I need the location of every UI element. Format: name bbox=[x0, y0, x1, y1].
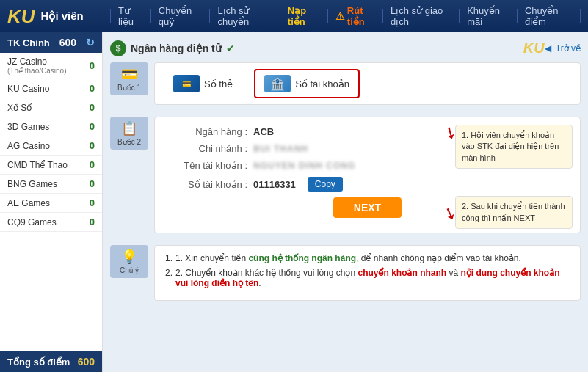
ag-casino-name: AG Casino bbox=[7, 141, 50, 151]
branch-field-value: BUI THANH bbox=[253, 144, 308, 154]
bank-img-icon: 🏦 bbox=[264, 75, 291, 92]
bank-digital: $ Ngân hàng điện tử ✔ bbox=[110, 40, 235, 56]
note-item-2: 2. Chuyển khoản khác hệ thống vui lòng c… bbox=[165, 268, 570, 288]
total-label: Tổng số điểm bbox=[7, 357, 70, 368]
card-img-icon: 💳 bbox=[173, 75, 200, 92]
ku-logo-text: KU bbox=[523, 40, 545, 56]
back-arrow-icon: ◀ bbox=[545, 43, 551, 54]
step3-box: 1. Xin chuyển tiền cùng hệ thống ngân hà… bbox=[154, 245, 581, 301]
acct-num-value: 01116331 bbox=[253, 179, 296, 190]
bng-name: BNG Games bbox=[7, 179, 57, 189]
acct-name-label: Tên tài khoản : bbox=[167, 160, 247, 171]
note2-highlight1: chuyển khoản nhanh bbox=[357, 268, 446, 278]
step2-icon: 📋 bbox=[121, 120, 137, 136]
xoso-name: Xổ Số bbox=[7, 103, 32, 113]
sidebar: TK Chính 600 ↻ JZ Casino (Thể thao/Casin… bbox=[0, 32, 103, 372]
sidebar-item-3d[interactable]: 3D Games 0 bbox=[0, 117, 102, 136]
step2-badge: 📋 Bước 2 bbox=[110, 117, 148, 150]
check-icon: ✔ bbox=[226, 43, 235, 54]
step2-row: 📋 Bước 2 Ngân hàng : ACB Chi nhánh : BUI… bbox=[110, 117, 581, 239]
dollar-icon: $ bbox=[110, 40, 126, 56]
main-layout: TK Chính 600 ↻ JZ Casino (Thể thao/Casin… bbox=[0, 32, 588, 372]
jz-casino-sub: (Thể thao/Casino) bbox=[7, 67, 66, 75]
bank-label: Ngân hàng điện tử bbox=[131, 43, 222, 54]
note1-highlight: cùng hệ thống ngân hàng bbox=[248, 253, 356, 263]
step1-badge: 💳 Bước 1 bbox=[110, 62, 148, 95]
sidebar-item-ae[interactable]: AE Games 0 bbox=[0, 194, 102, 213]
ku-logo: KU bbox=[7, 5, 35, 28]
nav-rut-tien[interactable]: ⚠ Rút tiền bbox=[328, 9, 383, 23]
card-option-so-the[interactable]: 💳 Số thẻ bbox=[164, 70, 242, 98]
logo-area: KU Hội viên bbox=[7, 5, 110, 28]
note-bubble-1: 1. Hội viên chuyển khoản vào STK đại diệ… bbox=[455, 125, 573, 169]
jz-casino-value: 0 bbox=[90, 60, 95, 71]
jz-casino-name: JZ Casino bbox=[7, 56, 66, 67]
nav-items: Tư liệu Chuyển quỹ Lịch sử chuyển Nạp ti… bbox=[110, 9, 581, 23]
step1-box: 💳 Số thẻ 🏦 Số tài khoản bbox=[154, 62, 581, 105]
nav-chuyen-diem[interactable]: Chuyển điểm bbox=[518, 9, 581, 23]
acct-name-value: NGUYEN DINH CONG bbox=[253, 161, 355, 171]
sidebar-item-ag[interactable]: AG Casino 0 bbox=[0, 136, 102, 156]
step3-row: 💡 Chú ý 1. Xin chuyển tiền cùng hệ thống… bbox=[110, 245, 581, 301]
3d-games-name: 3D Games bbox=[7, 122, 49, 132]
ku-casino-name: KU Casino bbox=[7, 84, 49, 94]
step3-icon: 💡 bbox=[121, 249, 137, 265]
next-button[interactable]: NEXT bbox=[333, 197, 402, 218]
total-value: 600 bbox=[78, 356, 95, 368]
note-item-1: 1. Xin chuyển tiền cùng hệ thống ngân hà… bbox=[165, 253, 570, 263]
nav-lich-su-gd[interactable]: Lịch sử giao dịch bbox=[383, 9, 460, 23]
step3-text: Chú ý bbox=[120, 266, 139, 274]
acct-num-label: Số tài khoản : bbox=[167, 179, 247, 190]
step1-icon: 💳 bbox=[121, 66, 137, 82]
bank-field-label: Ngân hàng : bbox=[167, 126, 247, 137]
tk-chinh-label: TK Chính bbox=[7, 37, 50, 48]
sidebar-header: TK Chính 600 ↻ bbox=[0, 32, 102, 53]
nav-nap-tien[interactable]: Nạp tiền bbox=[280, 9, 328, 23]
cmd-name: CMD Thể Thao bbox=[7, 160, 68, 170]
step1-row: 💳 Bước 1 💳 Số thẻ 🏦 Số tài khoản bbox=[110, 62, 581, 111]
sidebar-item-cmd[interactable]: CMD Thể Thao 0 bbox=[0, 156, 102, 175]
content-topbar: $ Ngân hàng điện tử ✔ KU ◀ Trở về bbox=[110, 40, 581, 56]
step3-badge: 💡 Chú ý bbox=[110, 245, 148, 278]
option2-label: Số tài khoản bbox=[295, 79, 349, 90]
step2-box: Ngân hàng : ACB Chi nhánh : BUI THANH Tê… bbox=[154, 117, 581, 233]
ku-casino-value: 0 bbox=[90, 83, 95, 94]
ae-name: AE Games bbox=[7, 198, 50, 208]
branch-field-label: Chi nhánh : bbox=[167, 143, 247, 154]
nav-khuyen-mai[interactable]: Khuyến mãi bbox=[460, 9, 518, 23]
ku-logo-small: KU ◀ Trở về bbox=[523, 40, 581, 56]
nav-chuyen-quy[interactable]: Chuyển quỹ bbox=[151, 9, 211, 23]
bank-field-value: ACB bbox=[253, 126, 274, 137]
ae-value: 0 bbox=[90, 197, 95, 208]
member-label: Hội viên bbox=[41, 10, 84, 23]
copy-button[interactable]: Copy bbox=[308, 177, 343, 192]
note-bubble-2: 2. Sau khi chuyển tiền thành công thì nh… bbox=[455, 196, 573, 229]
refresh-icon[interactable]: ↻ bbox=[86, 37, 95, 48]
step2-text: Bước 2 bbox=[117, 138, 141, 146]
content-area: $ Ngân hàng điện tử ✔ KU ◀ Trở về 💳 Bước… bbox=[103, 32, 588, 372]
3d-games-value: 0 bbox=[90, 121, 95, 132]
option1-label: Số thẻ bbox=[204, 79, 233, 90]
tk-chinh-value: 600 bbox=[59, 37, 76, 48]
cmd-value: 0 bbox=[90, 159, 95, 170]
top-navigation: KU Hội viên Tư liệu Chuyển quỹ Lịch sử c… bbox=[0, 0, 588, 32]
xoso-value: 0 bbox=[90, 102, 95, 113]
sidebar-item-ku[interactable]: KU Casino 0 bbox=[0, 79, 102, 98]
back-link[interactable]: ◀ Trở về bbox=[545, 43, 581, 54]
sidebar-item-cq9[interactable]: CQ9 Games 0 bbox=[0, 213, 102, 232]
cq9-name: CQ9 Games bbox=[7, 217, 57, 227]
nav-tu-lieu[interactable]: Tư liệu bbox=[110, 9, 151, 23]
cq9-value: 0 bbox=[90, 216, 95, 227]
sidebar-item-bng[interactable]: BNG Games 0 bbox=[0, 175, 102, 194]
step1-text: Bước 1 bbox=[117, 84, 141, 92]
account-num-row: Số tài khoản : 01116331 Copy bbox=[167, 177, 568, 192]
sidebar-item-jz[interactable]: JZ Casino (Thể thao/Casino) 0 bbox=[0, 53, 102, 79]
sidebar-footer: Tổng số điểm 600 bbox=[0, 351, 102, 372]
sidebar-item-xoso[interactable]: Xổ Số 0 bbox=[0, 98, 102, 117]
note-list: 1. Xin chuyển tiền cùng hệ thống ngân hà… bbox=[165, 253, 570, 288]
warning-icon: ⚠ bbox=[335, 10, 345, 22]
bng-value: 0 bbox=[90, 178, 95, 189]
ag-casino-value: 0 bbox=[90, 140, 95, 151]
card-option-so-tk[interactable]: 🏦 Số tài khoản bbox=[254, 69, 360, 98]
nav-lich-su-chuyen[interactable]: Lịch sử chuyển bbox=[210, 9, 280, 23]
